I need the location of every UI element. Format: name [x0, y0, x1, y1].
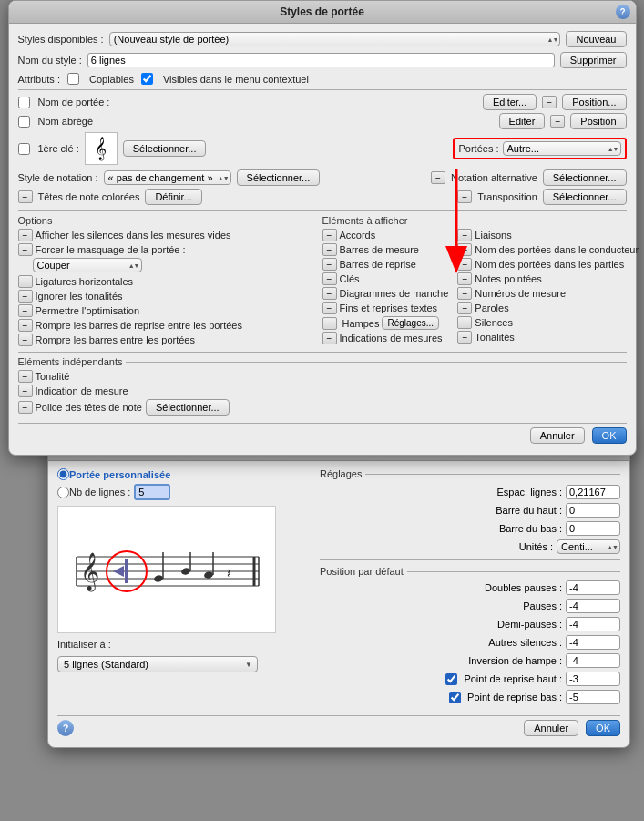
selectionner4-button[interactable]: Sélectionner... [543, 189, 627, 205]
minus-elem2[interactable]: − [322, 243, 337, 256]
independants-col-left: − Tonalité − Indication de mesure − Poli… [18, 370, 322, 417]
unites-select[interactable]: Centi... [557, 539, 620, 554]
minus1-button[interactable]: − [542, 96, 557, 108]
minus-opt1[interactable]: − [18, 229, 33, 241]
editer1-button[interactable]: Editer... [483, 94, 537, 110]
minus-tetes[interactable]: − [18, 190, 33, 203]
doubles-pauses-input[interactable] [566, 580, 620, 595]
help-button-top[interactable]: ? [616, 5, 630, 19]
inversion-hampe-input[interactable] [566, 653, 620, 668]
portees-select[interactable]: Autre... [503, 141, 621, 156]
minus-elem4[interactable]: − [322, 272, 337, 285]
nom-style-row: Nom du style : Supprimer [18, 52, 627, 68]
point-reprise-bas-input[interactable] [566, 690, 620, 704]
copiables-checkbox[interactable] [67, 73, 79, 85]
svg-text:𝄞: 𝄞 [80, 552, 99, 592]
espac-lignes-input[interactable] [566, 485, 620, 499]
editer2-button[interactable]: Editer [499, 113, 546, 129]
elem14-label: Paroles [475, 303, 508, 313]
styles-disponibles-select[interactable]: (Nouveau style de portée) [109, 32, 561, 46]
nouveau-button[interactable]: Nouveau [566, 31, 626, 47]
opt3-label: Ligatures horizontales [36, 276, 134, 287]
minus-elem15[interactable]: − [457, 316, 472, 329]
elem7-reglages-button[interactable]: Réglages... [382, 316, 439, 330]
elem2-row: − Barres de mesure [322, 243, 449, 256]
barre-bas-label: Barre du bas : [499, 523, 562, 534]
opt2-row: − Forcer le masquage de la portée : [18, 243, 317, 256]
position1-button[interactable]: Position... [562, 94, 626, 110]
point-reprise-bas-checkbox[interactable] [449, 692, 461, 703]
help-button-bottom[interactable]: ? [57, 720, 74, 736]
supprimer-button[interactable]: Supprimer [560, 52, 627, 68]
elem6-label: Fins et reprises textes [340, 303, 438, 313]
minus-elem14[interactable]: − [457, 302, 472, 314]
selectionner3-button[interactable]: Sélectionner... [543, 169, 627, 186]
pauses-input[interactable] [566, 599, 620, 613]
minus-elem3[interactable]: − [322, 258, 337, 271]
annuler-button-top[interactable]: Annuler [530, 427, 585, 444]
style-notation-wrap: « pas de changement » [104, 170, 231, 185]
nom-abrege-checkbox[interactable] [18, 116, 30, 128]
elem12-row: − Notes pointées [457, 272, 639, 285]
minus-elem6[interactable]: − [322, 302, 337, 314]
autres-silences-input[interactable] [566, 635, 620, 650]
red-arrow-indicator [438, 169, 475, 280]
elem4-label: Clés [340, 273, 360, 284]
selectionner2-button[interactable]: Sélectionner... [237, 169, 321, 186]
copiables-label: Copiables [89, 74, 134, 85]
point-reprise-haut-input[interactable] [566, 672, 620, 686]
elements-independants-header: Eléments indépendants [18, 356, 627, 367]
ind3-label: Police des têtes de note [36, 402, 142, 413]
barre-bas-input[interactable] [566, 521, 620, 536]
minus-ind1[interactable]: − [18, 370, 33, 383]
point-reprise-haut-row: Point de reprise haut : [320, 672, 620, 686]
style-notation-select[interactable]: « pas de changement » [104, 170, 231, 185]
visibles-label: Visibles dans le menu contextuel [163, 74, 309, 85]
opt2-select[interactable]: Couper [33, 258, 142, 272]
minus-ind2[interactable]: − [18, 385, 33, 397]
annuler-button-bottom[interactable]: Annuler [524, 720, 578, 736]
minus2-button[interactable]: − [550, 115, 565, 128]
nom-portee-checkbox[interactable] [18, 97, 30, 108]
nb-lignes-input[interactable] [134, 484, 170, 500]
attributs-label: Attributs : [18, 74, 60, 85]
minus-elem8[interactable]: − [322, 332, 337, 344]
elem2-label: Barres de mesure [340, 244, 419, 255]
selectionner5-button[interactable]: Sélectionner... [146, 399, 230, 416]
demi-pauses-input[interactable] [566, 617, 620, 631]
initialiser-label: Initialiser à : [57, 639, 111, 650]
barre-haut-input[interactable] [566, 503, 620, 518]
nom-abrege-label: Nom abrégé : [38, 116, 99, 127]
visibles-checkbox[interactable] [141, 73, 153, 85]
ok-button-bottom[interactable]: OK [586, 720, 620, 736]
minus-opt3[interactable]: − [18, 275, 33, 288]
elem5-row: − Diagrammes de manche [322, 287, 449, 300]
minus-opt7[interactable]: − [18, 334, 33, 346]
minus-elem7[interactable]: − [322, 317, 337, 330]
portee-perso-radio[interactable] [57, 468, 69, 480]
minus-ind3[interactable]: − [18, 401, 33, 414]
minus-opt5[interactable]: − [18, 304, 33, 317]
opt4-row: − Ignorer les tonalités [18, 290, 317, 303]
elem5-label: Diagrammes de manche [340, 288, 449, 299]
ok-button-top[interactable]: OK [592, 427, 627, 444]
minus-elem16[interactable]: − [457, 331, 472, 344]
definir-button[interactable]: Définir... [145, 189, 201, 205]
minus-opt2[interactable]: − [18, 243, 33, 256]
autres-silences-label: Autres silences : [488, 637, 562, 648]
notation-row: Style de notation : « pas de changement … [18, 169, 627, 186]
premiere-cle-checkbox[interactable] [18, 143, 30, 155]
point-reprise-haut-checkbox[interactable] [445, 673, 457, 685]
minus-elem13[interactable]: − [457, 287, 472, 300]
minus-elem1[interactable]: − [322, 229, 337, 241]
nb-lignes-radio[interactable] [57, 487, 69, 498]
minus-opt6[interactable]: − [18, 319, 33, 332]
position2-button[interactable]: Position [570, 113, 626, 129]
nb-lignes-label: Nb de lignes : [69, 487, 130, 498]
minus-elem5[interactable]: − [322, 287, 337, 300]
selectionner1-button[interactable]: Sélectionner... [123, 140, 207, 157]
minus-opt4[interactable]: − [18, 290, 33, 303]
initialiser-select[interactable]: 5 lignes (Standard) [57, 656, 258, 672]
svg-text:𝄽: 𝄽 [227, 569, 230, 578]
nom-style-input[interactable] [87, 53, 555, 67]
